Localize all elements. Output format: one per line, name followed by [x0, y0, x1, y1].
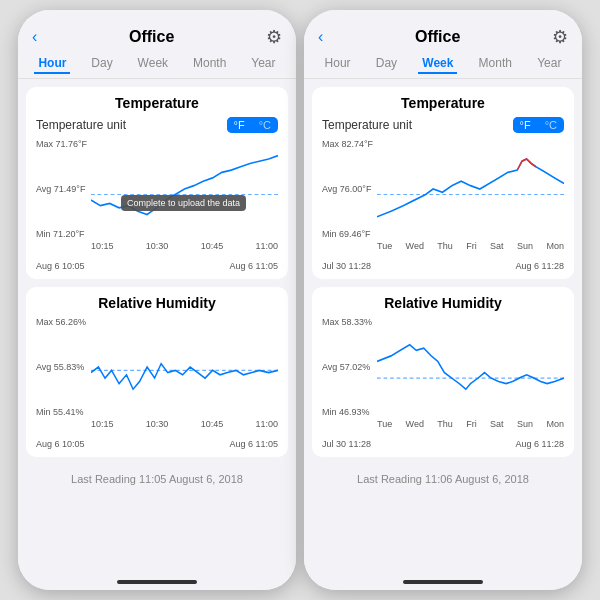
tab-year-left[interactable]: Year — [247, 54, 279, 74]
unit-toggle-left[interactable]: °F °C — [227, 117, 278, 133]
humidity-x-3-right: Fri — [466, 419, 477, 437]
temp-x-1-left: 10:30 — [146, 241, 169, 259]
humidity-avg-label-left: Avg 55.83% — [36, 362, 91, 372]
humidity-title-right: Relative Humidity — [322, 295, 564, 311]
temp-x-3-right: Fri — [466, 241, 477, 259]
temp-x-0-left: 10:15 — [91, 241, 114, 259]
humidity-footer-right: Jul 30 11:28 Aug 6 11:28 — [322, 439, 564, 449]
temp-footer-right: Jul 30 11:28 Aug 6 11:28 — [322, 261, 564, 271]
temp-x-2-left: 10:45 — [201, 241, 224, 259]
tab-year-right[interactable]: Year — [533, 54, 565, 74]
temp-min-label-left: Min 71.20°F — [36, 229, 91, 239]
tab-hour-left[interactable]: Hour — [34, 54, 70, 74]
tabs-right: Hour Day Week Month Year — [304, 52, 582, 79]
nav-bar-right: ‹ Office ⚙ — [304, 22, 582, 52]
tab-week-left[interactable]: Week — [134, 54, 172, 74]
phone-right-screen: ‹ Office ⚙ Hour Day Week Month Year Temp… — [304, 10, 582, 590]
phone-left: ‹ Office ⚙ Hour Day Week Month Year Temp… — [18, 10, 296, 590]
temp-avg-label-right: Avg 76.00°F — [322, 184, 377, 194]
temp-min-label-right: Min 69.46°F — [322, 229, 377, 239]
back-icon-left[interactable]: ‹ — [32, 28, 37, 46]
humidity-x-labels-left: 10:15 10:30 10:45 11:00 — [91, 419, 278, 437]
humidity-min-label-right: Min 46.93% — [322, 407, 377, 417]
unit-f-left[interactable]: °F — [227, 117, 252, 133]
temp-x-labels-left: 10:15 10:30 10:45 11:00 — [91, 241, 278, 259]
temp-svg-wrap-right — [377, 139, 564, 239]
humidity-section-right: Relative Humidity Max 58.33% Avg 57.02% … — [312, 287, 574, 457]
humidity-max-label-right: Max 58.33% — [322, 317, 377, 327]
last-reading-left: Last Reading 11:05 August 6, 2018 — [18, 465, 296, 489]
home-bar-right — [403, 580, 483, 584]
humidity-x-2-right: Thu — [437, 419, 453, 437]
temperature-section-left: Temperature Temperature unit °F °C Max 7… — [26, 87, 288, 279]
tabs-left: Hour Day Week Month Year — [18, 52, 296, 79]
humidity-x-labels-right: Tue Wed Thu Fri Sat Sun Mon — [377, 419, 564, 437]
nav-title-left: Office — [129, 28, 174, 46]
last-reading-right: Last Reading 11:06 August 6, 2018 — [304, 465, 582, 489]
nav-bar-left: ‹ Office ⚙ — [18, 22, 296, 52]
phone-left-screen: ‹ Office ⚙ Hour Day Week Month Year Temp… — [18, 10, 296, 590]
temp-max-label-left: Max 71.76°F — [36, 139, 91, 149]
temp-x-5-right: Sun — [517, 241, 533, 259]
temp-y-labels-left: Max 71.76°F Avg 71.49°F Min 71.20°F — [36, 139, 91, 239]
humidity-svg-wrap-left — [91, 317, 278, 417]
tab-day-left[interactable]: Day — [87, 54, 116, 74]
humidity-footer-right-text: Aug 6 11:05 — [229, 439, 278, 449]
tab-month-left[interactable]: Month — [189, 54, 230, 74]
tab-week-right[interactable]: Week — [418, 54, 457, 74]
status-bar-left — [18, 10, 296, 22]
temp-footer-left-text: Aug 6 10:05 — [36, 261, 85, 271]
temp-svg-wrap-left: Complete to upload the data — [91, 139, 278, 239]
tab-month-right[interactable]: Month — [475, 54, 516, 74]
humidity-x-1-left: 10:30 — [146, 419, 169, 437]
unit-c-right[interactable]: °C — [538, 117, 564, 133]
temp-y-labels-right: Max 82.74°F Avg 76.00°F Min 69.46°F — [322, 139, 377, 239]
temperature-title-left: Temperature — [36, 95, 278, 111]
humidity-x-4-right: Sat — [490, 419, 504, 437]
temp-unit-row-left: Temperature unit °F °C — [36, 117, 278, 133]
temp-chart-right: Max 82.74°F Avg 76.00°F Min 69.46°F — [322, 139, 564, 259]
humidity-min-label-left: Min 55.41% — [36, 407, 91, 417]
phones-container: ‹ Office ⚙ Hour Day Week Month Year Temp… — [10, 2, 590, 598]
temp-max-label-right: Max 82.74°F — [322, 139, 377, 149]
humidity-avg-label-right: Avg 57.02% — [322, 362, 377, 372]
temp-footer-right-text: Aug 6 11:05 — [229, 261, 278, 271]
temp-x-labels-right: Tue Wed Thu Fri Sat Sun Mon — [377, 241, 564, 259]
humidity-footer-right-text-right: Aug 6 11:28 — [515, 439, 564, 449]
back-icon-right[interactable]: ‹ — [318, 28, 323, 46]
humidity-x-1-right: Wed — [406, 419, 424, 437]
tooltip-left: Complete to upload the data — [121, 195, 246, 211]
humidity-x-3-left: 11:00 — [255, 419, 278, 437]
humidity-svg-wrap-right — [377, 317, 564, 417]
status-bar-right — [304, 10, 582, 22]
temperature-title-right: Temperature — [322, 95, 564, 111]
home-indicator-right — [304, 570, 582, 590]
unit-f-right[interactable]: °F — [513, 117, 538, 133]
gear-icon-left[interactable]: ⚙ — [266, 26, 282, 48]
temperature-section-right: Temperature Temperature unit °F °C Max 8… — [312, 87, 574, 279]
home-bar-left — [117, 580, 197, 584]
humidity-chart-left: Max 56.26% Avg 55.83% Min 55.41% 10:15 — [36, 317, 278, 437]
humidity-title-left: Relative Humidity — [36, 295, 278, 311]
content-left: Temperature Temperature unit °F °C Max 7… — [18, 79, 296, 570]
temp-footer-right-text-right: Aug 6 11:28 — [515, 261, 564, 271]
tab-hour-right[interactable]: Hour — [321, 54, 355, 74]
unit-c-left[interactable]: °C — [252, 117, 278, 133]
humidity-chart-right: Max 58.33% Avg 57.02% Min 46.93% Tue — [322, 317, 564, 437]
humidity-y-labels-left: Max 56.26% Avg 55.83% Min 55.41% — [36, 317, 91, 417]
humidity-y-labels-right: Max 58.33% Avg 57.02% Min 46.93% — [322, 317, 377, 417]
nav-title-right: Office — [415, 28, 460, 46]
humidity-x-6-right: Mon — [546, 419, 564, 437]
humidity-section-left: Relative Humidity Max 56.26% Avg 55.83% … — [26, 287, 288, 457]
humidity-footer-left-text: Aug 6 10:05 — [36, 439, 85, 449]
temp-x-3-left: 11:00 — [255, 241, 278, 259]
tab-day-right[interactable]: Day — [372, 54, 401, 74]
humidity-x-5-right: Sun — [517, 419, 533, 437]
humidity-x-2-left: 10:45 — [201, 419, 224, 437]
unit-toggle-right[interactable]: °F °C — [513, 117, 564, 133]
temp-x-2-right: Thu — [437, 241, 453, 259]
temp-x-4-right: Sat — [490, 241, 504, 259]
humidity-x-0-right: Tue — [377, 419, 392, 437]
humidity-footer-left: Aug 6 10:05 Aug 6 11:05 — [36, 439, 278, 449]
gear-icon-right[interactable]: ⚙ — [552, 26, 568, 48]
